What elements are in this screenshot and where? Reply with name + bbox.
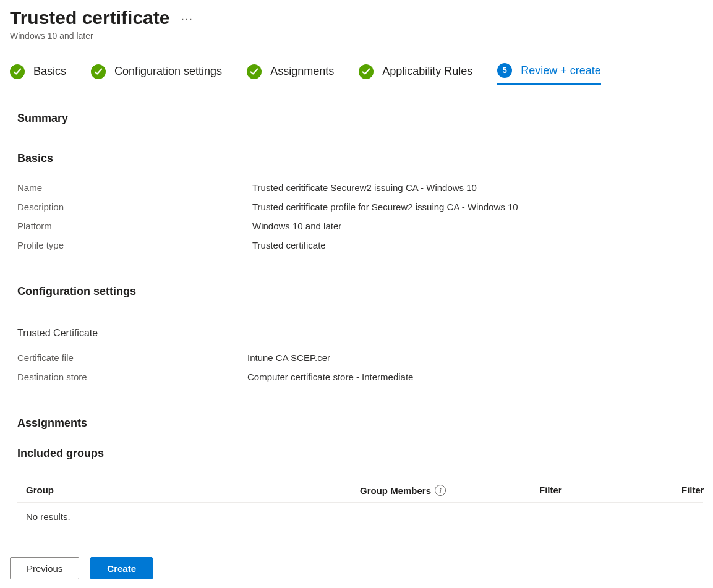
prop-value: Intune CA SCEP.cer bbox=[247, 352, 330, 363]
col-members-label: Group Members bbox=[360, 485, 431, 496]
step-number-icon: 5 bbox=[497, 63, 512, 78]
col-group: Group bbox=[26, 485, 360, 496]
prop-value: Computer certificate store - Intermediat… bbox=[247, 372, 413, 382]
summary-heading: Summary bbox=[17, 112, 703, 125]
step-assignments[interactable]: Assignments bbox=[247, 64, 334, 84]
included-groups-heading: Included groups bbox=[17, 447, 703, 460]
prop-value: Trusted ceritificate Securew2 issuing CA… bbox=[252, 182, 477, 193]
wizard-steps: Basics Configuration settings Assignment… bbox=[10, 63, 703, 90]
assignments-heading: Assignments bbox=[17, 417, 703, 430]
prop-value: Trusted ceritificate profile for Securew… bbox=[252, 202, 518, 212]
prop-label: Description bbox=[17, 202, 252, 212]
page-subtitle: Windows 10 and later bbox=[10, 31, 703, 41]
config-row-dest-store: Destination store Computer certificate s… bbox=[17, 372, 703, 382]
col-members: Group Members i bbox=[360, 485, 539, 496]
page-title: Trusted certificate bbox=[10, 7, 169, 28]
included-groups-table: Group Group Members i Filter Filter No r… bbox=[17, 479, 703, 533]
table-header: Group Group Members i Filter Filter bbox=[17, 479, 703, 503]
col-filter-1: Filter bbox=[539, 485, 681, 496]
prop-label: Certificate file bbox=[17, 352, 247, 363]
prop-value: Trusted certificate bbox=[252, 240, 326, 250]
more-actions-icon[interactable]: ··· bbox=[181, 11, 193, 25]
step-configuration-settings[interactable]: Configuration settings bbox=[91, 64, 222, 84]
step-label: Review + create bbox=[521, 64, 601, 77]
table-empty-row: No results. bbox=[17, 503, 703, 533]
create-button[interactable]: Create bbox=[90, 557, 153, 579]
checkmark-icon bbox=[247, 64, 262, 79]
checkmark-icon bbox=[91, 64, 106, 79]
previous-button[interactable]: Previous bbox=[10, 557, 79, 579]
checkmark-icon bbox=[359, 64, 374, 79]
col-filter-2: Filter bbox=[681, 485, 704, 496]
basics-row-description: Description Trusted ceritificate profile… bbox=[17, 202, 703, 212]
config-heading: Configuration settings bbox=[17, 285, 703, 298]
checkmark-icon bbox=[10, 64, 25, 79]
prop-value: Windows 10 and later bbox=[252, 221, 341, 231]
info-icon[interactable]: i bbox=[435, 485, 446, 496]
config-sub-heading: Trusted Certificate bbox=[17, 328, 703, 339]
step-applicability-rules[interactable]: Applicability Rules bbox=[359, 64, 472, 84]
basics-row-profile-type: Profile type Trusted certificate bbox=[17, 240, 703, 250]
basics-row-name: Name Trusted ceritificate Securew2 issui… bbox=[17, 182, 703, 193]
prop-label: Name bbox=[17, 182, 252, 193]
prop-label: Platform bbox=[17, 221, 252, 231]
wizard-footer: Previous Create bbox=[10, 557, 153, 579]
basics-row-platform: Platform Windows 10 and later bbox=[17, 221, 703, 231]
basics-heading: Basics bbox=[17, 152, 703, 165]
step-review-create[interactable]: 5 Review + create bbox=[497, 63, 601, 85]
step-label: Applicability Rules bbox=[382, 65, 472, 78]
step-basics[interactable]: Basics bbox=[10, 64, 66, 84]
step-label: Basics bbox=[33, 65, 66, 78]
prop-label: Destination store bbox=[17, 372, 247, 382]
prop-label: Profile type bbox=[17, 240, 252, 250]
config-row-cert-file: Certificate file Intune CA SCEP.cer bbox=[17, 352, 703, 363]
step-label: Assignments bbox=[270, 65, 334, 78]
step-label: Configuration settings bbox=[114, 65, 222, 78]
